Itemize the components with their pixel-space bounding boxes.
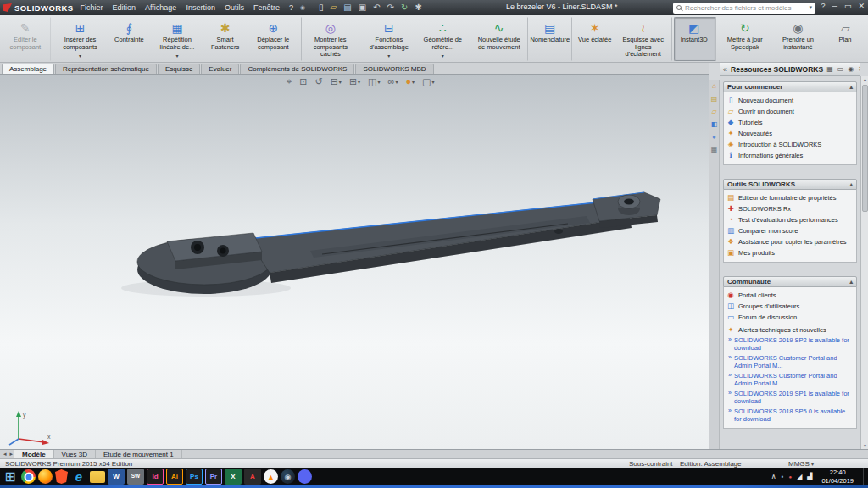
section-collapse-icon[interactable]: ▴ [849,84,853,91]
zoom-fit-icon[interactable] [287,77,292,86]
pane-grid-icon[interactable] [826,66,833,73]
options-icon[interactable] [415,3,421,12]
scroll-down-icon[interactable]: ▼ [863,443,867,448]
explode-line-sketch-button[interactable]: Esquisse avec lignes d'éclatement [616,17,672,61]
tray-app-red-icon[interactable] [789,474,793,480]
vlc-icon[interactable] [264,469,278,484]
smart-fasteners-button[interactable]: Smart Fasteners [204,17,247,61]
tab-evaluer[interactable]: Evaluer [201,64,239,74]
indesign-icon[interactable]: Id [147,469,164,485]
open-icon[interactable] [331,3,337,12]
alert-link[interactable]: » SOLIDWORKS Customer Portal and Admin P… [726,371,854,389]
tab-assemblage[interactable]: Assemblage [2,64,54,74]
clock[interactable]: 22:40 01/04/2019 [817,469,858,485]
graphics-viewport[interactable]: y x [0,75,709,449]
print-icon[interactable] [359,3,366,12]
illustrator-icon[interactable]: Ai [166,469,183,485]
link-ouvrir-un-document[interactable]: Ouvrir un document [726,106,854,117]
link-test-evaluation-performances[interactable]: Test d'évaluation des performances [726,214,854,225]
alert-link[interactable]: » SOLIDWORKS Customer Portal and Admin P… [726,353,854,371]
doctab-scroll-right-icon[interactable]: ▸ [8,451,15,458]
tab-solidworks-mbd[interactable]: SOLIDWORKS MBD [355,64,433,74]
word-icon[interactable]: W [108,469,125,485]
linear-pattern-button[interactable]: Répétition linéaire de... [150,17,203,61]
restore-icon[interactable] [844,3,852,10]
new-motion-study-button[interactable]: Nouvelle étude de mouvement [472,17,528,61]
menu-aide[interactable]: ? [289,3,293,13]
tray-app-blue-icon[interactable] [782,474,784,480]
new-document-icon[interactable] [319,3,324,12]
assembly-features-button[interactable]: Fonctions d'assemblage [361,17,417,61]
insert-components-button[interactable]: Insérer des composants [53,17,108,61]
discord-icon[interactable] [298,469,312,484]
link-introduction-solidworks[interactable]: Introduction à SOLIDWORKS [726,139,854,150]
assembly-model[interactable] [0,75,709,449]
update-speedpak-button[interactable]: Mettre à jour Speedpak [718,17,772,61]
section-header-communaute[interactable]: Communauté ▴ [723,276,857,287]
doctab-scroll-left-icon[interactable]: ◂ [2,451,8,458]
link-nouveau-document[interactable]: Nouveau document [726,95,854,106]
close-icon[interactable] [858,3,865,10]
section-collapse-icon[interactable]: ▴ [849,181,853,188]
appearances-scenes-icon[interactable] [712,134,716,141]
custom-properties-icon[interactable] [711,147,718,153]
photoshop-icon[interactable]: Ps [186,469,203,485]
volume-icon[interactable] [797,474,802,480]
solidworks-icon[interactable]: SW [127,469,144,485]
link-comparer-mon-score[interactable]: Comparer mon score [726,225,854,236]
model-right-end[interactable] [593,192,660,228]
link-forum-discussion[interactable]: Forum de discussion [726,312,854,323]
search-dropdown-icon[interactable]: ▾ [809,4,812,11]
link-informations-generales[interactable]: Informations générales [726,150,854,161]
model-arm[interactable] [248,202,632,283]
zoom-area-icon[interactable] [299,77,307,86]
link-editeur-formulaire-proprietes[interactable]: Editeur de formulaire de propriétés [726,192,854,203]
hide-show-items-icon[interactable] [388,77,398,86]
doctab-vues-3d[interactable]: Vues 3D [54,450,96,458]
apply-scene-icon[interactable] [422,77,434,86]
units-dropdown-icon[interactable]: ▾ [811,461,814,467]
start-button[interactable] [2,469,19,485]
folder-icon[interactable] [90,471,105,483]
link-mes-produits[interactable]: Mes produits [726,247,854,258]
collapse-taskpane-icon[interactable] [723,65,727,74]
redo-icon[interactable] [387,3,394,12]
file-explorer-pane-icon[interactable] [711,108,716,115]
minimize-icon[interactable] [832,3,837,10]
move-component-button[interactable]: Déplacer le composant [247,17,302,61]
plan-button[interactable]: Plan [824,17,866,61]
acrobat-icon[interactable]: A [244,469,261,485]
edit-appearance-icon[interactable] [405,77,415,86]
premiere-icon[interactable]: Pr [205,469,222,485]
rebuild-icon[interactable] [401,3,408,12]
save-icon[interactable] [343,3,351,12]
show-hidden-components-button[interactable]: Montrer les composants cachés [303,17,359,61]
show-desktop-button[interactable] [863,468,866,485]
previous-view-icon[interactable] [314,77,322,86]
link-solidworks-rx[interactable]: SOLIDWORKS Rx [726,203,854,214]
scroll-up-icon[interactable]: ▲ [863,77,867,82]
undo-icon[interactable] [373,3,380,12]
network-icon[interactable] [807,474,812,480]
alert-link[interactable]: » SOLIDWORKS 2018 SP5.0 is available for… [726,407,854,424]
firefox-icon[interactable] [38,469,53,484]
instant3d-button[interactable]: Instant3D [674,17,716,61]
doctab-modele[interactable]: Modèle [14,450,54,458]
edge-icon[interactable]: e [70,469,87,485]
hidden-icons-icon[interactable] [771,474,776,480]
view-palette-icon[interactable] [711,121,718,128]
help-icon[interactable] [821,3,826,10]
units-selector[interactable]: MMGS ▾ [788,460,814,468]
brave-icon[interactable] [55,469,68,484]
tab-complements-solidworks[interactable]: Compléments de SOLIDWORKS [240,64,354,74]
take-snapshot-button[interactable]: Prendre un instantané [772,17,824,61]
scrollbar-thumb[interactable] [862,85,868,212]
pane-pin-icon[interactable] [848,66,854,73]
link-portail-clients[interactable]: Portail clients [726,290,854,301]
section-collapse-icon[interactable]: ▴ [849,279,853,286]
bom-button[interactable]: Nomenclature [530,17,572,61]
tab-esquisse[interactable]: Esquisse [158,64,200,74]
pane-restore-icon[interactable] [837,66,844,73]
design-library-icon[interactable] [711,96,718,103]
alert-link[interactable]: » SOLIDWORKS 2019 SP1 is available for d… [726,389,854,407]
